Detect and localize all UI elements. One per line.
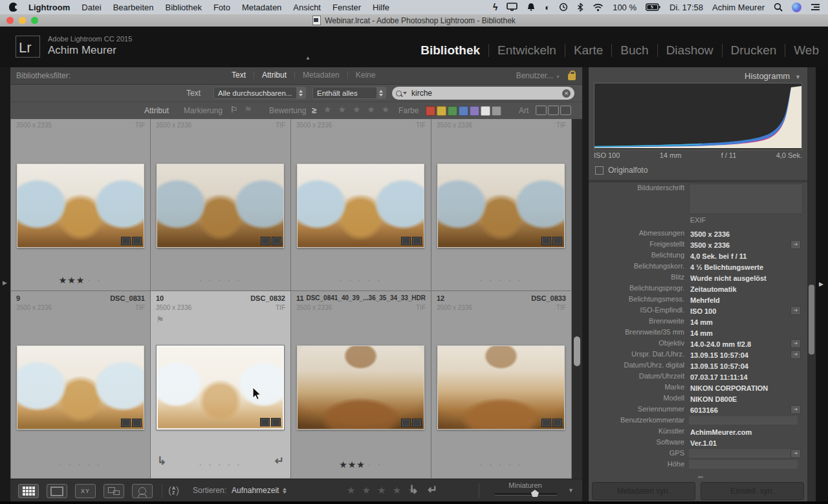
metadata-action-icon[interactable]: ➜ xyxy=(790,306,801,315)
photo-thumbnail[interactable] xyxy=(157,345,284,430)
crop-badge-icon[interactable] xyxy=(412,419,422,427)
compare-view-button[interactable]: XY xyxy=(75,484,96,498)
color-swatch-red[interactable] xyxy=(426,106,435,116)
original-photo-checkbox[interactable] xyxy=(595,166,604,175)
photo-thumbnail[interactable] xyxy=(437,164,565,248)
siri-icon[interactable] xyxy=(792,3,801,12)
metadata-action-icon[interactable]: ➜ xyxy=(790,405,801,414)
menu-bearbeiten[interactable]: Bearbeiten xyxy=(107,3,160,12)
people-view-button[interactable] xyxy=(132,484,153,498)
sync-metadata-button[interactable]: Metadaten syn. xyxy=(592,482,695,500)
color-swatch-white[interactable] xyxy=(481,106,490,116)
panel-scrollbar-thumb[interactable] xyxy=(809,285,814,355)
sort-value-dropdown[interactable]: Aufnahmezeit xyxy=(232,486,279,495)
menu-bibliothek[interactable]: Bibliothek xyxy=(160,3,208,12)
cell-rating[interactable]: ★★★ xyxy=(339,459,365,470)
flash-status-icon[interactable]: ϟ xyxy=(493,2,497,12)
bluetooth-icon[interactable] xyxy=(577,2,583,12)
module-web[interactable]: Web xyxy=(785,43,819,58)
clear-search-icon[interactable]: ✕ xyxy=(562,89,571,98)
cell-rating-dots[interactable]: · · · · · xyxy=(199,276,243,284)
kind-video-icon[interactable] xyxy=(560,105,571,115)
toolbar-rating-stars[interactable]: ★ ★ ★ ★ ★ xyxy=(347,485,419,496)
grid-cell[interactable]: 3500 x 2335TIF ★★★ · · xyxy=(10,119,151,291)
photo-thumbnail[interactable] xyxy=(437,345,565,430)
caption-field[interactable] xyxy=(689,184,803,214)
grid-cell[interactable]: 9DSC_0831 3500 x 2336TIF · · · · · xyxy=(10,291,151,479)
photo-thumbnail[interactable] xyxy=(17,345,144,430)
cell-rating-dots[interactable]: · · · · · xyxy=(480,276,523,284)
filter-tab-keine[interactable]: Keine xyxy=(348,71,384,80)
crop-badge-icon[interactable] xyxy=(552,419,562,427)
rotate-right-button[interactable]: ↵ xyxy=(428,483,437,497)
slider-thumb[interactable] xyxy=(531,490,539,497)
keyword-badge-icon[interactable] xyxy=(401,237,411,245)
color-swatch-gray[interactable] xyxy=(492,106,501,116)
top-panel-collapse-icon[interactable]: ▲ xyxy=(305,55,310,61)
crop-badge-icon[interactable] xyxy=(272,237,281,245)
grid-scrollbar[interactable] xyxy=(572,119,582,479)
panel-resize-nub[interactable] xyxy=(698,476,703,478)
stepper-icon[interactable] xyxy=(376,87,386,98)
user-comment-field[interactable] xyxy=(689,416,798,424)
photo-thumbnail[interactable] xyxy=(297,164,424,248)
search-mode-dropdown[interactable]: Enthält alles xyxy=(312,87,386,99)
cell-rating[interactable]: ★★★ xyxy=(59,275,85,285)
menu-ansicht[interactable]: Ansicht xyxy=(287,3,327,12)
grid-scrollbar-thumb[interactable] xyxy=(574,336,580,366)
collapse-caret-icon[interactable]: ▼ xyxy=(795,74,801,80)
filter-tab-attribut[interactable]: Attribut xyxy=(254,71,294,80)
module-drucken[interactable]: Drucken xyxy=(723,43,785,58)
color-swatch-blue[interactable] xyxy=(459,106,468,116)
contrast-icon[interactable]: ◐ xyxy=(545,2,550,12)
rotate-left-button[interactable]: ↳ xyxy=(409,483,419,497)
keyword-badge-icon[interactable] xyxy=(121,419,131,427)
toolbar-options-caret-icon[interactable]: ▼ xyxy=(568,487,574,494)
color-swatch-yellow[interactable] xyxy=(437,106,446,116)
histogram[interactable] xyxy=(594,83,802,150)
sync-settings-button[interactable]: Einstell. syn. xyxy=(701,482,804,500)
metadata-action-icon[interactable]: ➜ xyxy=(790,350,801,359)
keyword-badge-icon[interactable] xyxy=(541,237,551,245)
module-buch[interactable]: Buch xyxy=(612,43,657,58)
pick-flag-icon[interactable]: ⚑ xyxy=(156,314,164,325)
menu-hilfe[interactable]: Hilfe xyxy=(367,3,395,12)
gps-field[interactable] xyxy=(689,449,798,457)
keyword-badge-icon[interactable] xyxy=(260,418,270,426)
module-diashow[interactable]: Diashow xyxy=(658,43,722,58)
photo-thumbnail[interactable] xyxy=(297,345,424,430)
filter-tab-metadaten[interactable]: Metadaten xyxy=(295,71,347,80)
stepper-icon[interactable] xyxy=(296,87,305,98)
flag-picked-icon[interactable]: ⚐ xyxy=(230,105,238,115)
menu-datei[interactable]: Datei xyxy=(76,3,107,12)
window-title-bar[interactable]: Webinar.lrcat - Adobe Photoshop Lightroo… xyxy=(0,14,828,27)
spotlight-search-icon[interactable] xyxy=(774,2,783,12)
search-field[interactable]: ✕ xyxy=(392,87,574,100)
apple-menu-icon[interactable] xyxy=(9,3,17,12)
right-panel-collapse-icon[interactable]: ▶ xyxy=(819,281,823,287)
metadata-action-icon[interactable]: ➜ xyxy=(790,240,801,249)
keyword-badge-icon[interactable] xyxy=(121,237,131,245)
search-scope-caret-icon[interactable] xyxy=(403,92,407,94)
display-icon[interactable] xyxy=(507,2,518,12)
crop-badge-icon[interactable] xyxy=(271,418,281,426)
keyword-badge-icon[interactable] xyxy=(261,237,270,245)
wifi-icon[interactable] xyxy=(593,2,604,12)
sort-direction-button[interactable]: ( AZ ) xyxy=(168,485,179,496)
histogram-panel-header[interactable]: Histogramm▼ xyxy=(745,71,801,81)
kind-master-icon[interactable] xyxy=(536,105,547,115)
search-source-dropdown[interactable]: Alle durchsuchbaren... xyxy=(213,87,306,99)
time-machine-icon[interactable] xyxy=(559,2,568,12)
filter-tab-text[interactable]: Text xyxy=(224,71,254,80)
grid-cell[interactable]: 3500 x 2336TIF · · · · · xyxy=(151,119,291,291)
menu-fenster[interactable]: Fenster xyxy=(327,3,367,12)
survey-view-button[interactable] xyxy=(104,484,124,498)
flag-rejected-icon[interactable]: ⚑ xyxy=(245,105,252,115)
crop-badge-icon[interactable] xyxy=(132,419,142,427)
menu-metadaten[interactable]: Metadaten xyxy=(236,3,287,12)
grid-cell[interactable]: 11DSC_0841_40_39_...36_35_34_33_HDR 3500… xyxy=(291,291,431,479)
grid-view-button[interactable] xyxy=(18,484,39,498)
notification-center-icon[interactable] xyxy=(811,2,820,12)
color-swatch-purple[interactable] xyxy=(470,106,479,116)
menu-foto[interactable]: Foto xyxy=(208,3,236,12)
